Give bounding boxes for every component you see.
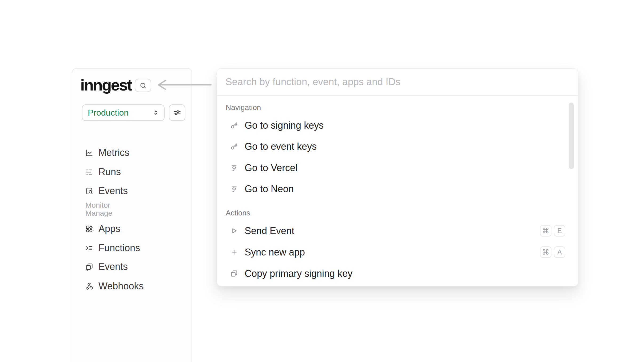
palette-item-label: Go to signing keys [245, 120, 324, 131]
palette-item-go-to-event-keys[interactable]: Go to event keys [226, 136, 565, 157]
command-palette: Navigation Go to signing keys Go to even… [217, 68, 578, 286]
letter-keycap: A [554, 246, 565, 258]
palette-item-label: Copy primary signing key [245, 268, 352, 279]
plus-icon [230, 249, 238, 256]
sidebar-item-events-monitor[interactable]: Events [82, 182, 185, 200]
chart-line-icon [85, 149, 93, 157]
arrow-annotation [153, 78, 215, 92]
command-keycap: ⌘ [540, 246, 551, 258]
palette-search-input[interactable] [217, 69, 578, 96]
palette-group-navigation: Navigation [226, 103, 261, 112]
sidebar-item-label: Metrics [98, 147, 129, 158]
copy-icon [230, 270, 238, 277]
plug-icon [230, 185, 238, 192]
sidebar-item-events-manage[interactable]: Events [82, 257, 185, 276]
shortcut-keys: ⌘ E [540, 225, 565, 237]
palette-item-label: Go to event keys [245, 141, 317, 152]
sidebar-item-label: Functions [98, 242, 140, 254]
apps-shapes-icon [85, 225, 93, 233]
sliders-icon [173, 108, 181, 117]
palette-item-sync-new-app[interactable]: Sync new app ⌘ A [226, 242, 565, 263]
palette-item-go-to-signing-keys[interactable]: Go to signing keys [226, 115, 565, 136]
palette-item-label: Go to Vercel [245, 162, 297, 174]
search-icon [140, 82, 147, 89]
inngest-logo: inngest [80, 77, 132, 93]
palette-item-go-to-vercel[interactable]: Go to Vercel [226, 157, 565, 178]
sidebar-item-metrics[interactable]: Metrics [82, 143, 185, 162]
sidebar-item-label: Apps [98, 223, 120, 234]
letter-keycap: E [554, 225, 565, 237]
environment-filter-button[interactable] [169, 104, 185, 121]
sidebar-item-label: Events [98, 261, 128, 272]
palette-item-send-event[interactable]: Send Event ⌘ E [226, 220, 565, 241]
sidebar-item-runs[interactable]: Runs [82, 163, 185, 181]
chevron-up-down-icon [152, 109, 160, 117]
event-search-icon [85, 187, 93, 195]
sidebar-item-label: Runs [98, 166, 121, 178]
sidebar: inngest Production [72, 68, 192, 362]
environment-selector[interactable]: Production [82, 104, 165, 121]
sidebar-item-label: Events [98, 185, 128, 196]
sidebar-item-apps[interactable]: Apps [82, 219, 185, 238]
plug-icon [230, 164, 238, 171]
palette-item-label: Go to Neon [245, 183, 294, 195]
sidebar-item-webhooks[interactable]: Webhooks [82, 277, 185, 296]
webhook-icon [85, 282, 93, 290]
palette-scrollbar[interactable] [569, 103, 574, 169]
environment-selector-value: Production [88, 108, 129, 118]
sidebar-section-monitor: Monitor [85, 201, 110, 210]
play-icon [230, 227, 238, 234]
runs-list-icon [85, 168, 93, 176]
shortcut-keys: ⌘ A [540, 246, 565, 258]
events-copy-icon [85, 263, 93, 271]
sidebar-item-label: Webhooks [98, 281, 144, 292]
palette-group-actions: Actions [226, 209, 250, 217]
sidebar-item-functions[interactable]: Functions [82, 239, 185, 257]
palette-item-go-to-neon[interactable]: Go to Neon [226, 178, 565, 199]
palette-item-label: Send Event [245, 225, 294, 237]
sidebar-search-button[interactable] [135, 79, 151, 92]
key-icon [230, 122, 238, 129]
palette-item-copy-primary-signing-key[interactable]: Copy primary signing key [226, 263, 565, 284]
command-keycap: ⌘ [540, 225, 551, 237]
key-icon [230, 143, 238, 150]
functions-list-icon [85, 244, 93, 252]
page: inngest Production [0, 0, 644, 362]
sidebar-section-manage: Manage [85, 209, 112, 218]
palette-item-label: Sync new app [245, 247, 305, 258]
